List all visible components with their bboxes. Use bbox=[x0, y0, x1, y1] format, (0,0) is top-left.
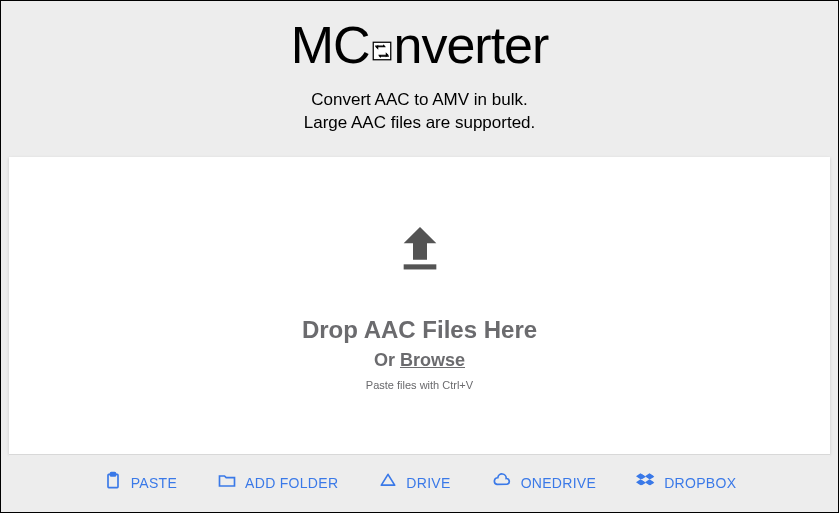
onedrive-icon bbox=[491, 471, 513, 494]
google-drive-icon bbox=[378, 471, 398, 494]
dropbox-icon bbox=[636, 471, 656, 494]
browse-link[interactable]: Browse bbox=[400, 350, 465, 370]
dropbox-button[interactable]: DROPBOX bbox=[636, 471, 736, 494]
drop-title: Drop AAC Files Here bbox=[302, 316, 537, 344]
or-text: Or bbox=[374, 350, 400, 370]
subtitle-line-2: Large AAC files are supported. bbox=[1, 112, 838, 135]
swap-icon bbox=[367, 36, 397, 66]
upload-icon bbox=[392, 220, 448, 280]
dropbox-label: DROPBOX bbox=[664, 475, 736, 491]
onedrive-label: ONEDRIVE bbox=[521, 475, 597, 491]
logo-text-right: nverter bbox=[394, 15, 549, 75]
logo: MC nverter bbox=[291, 15, 549, 75]
subtitle: Convert AAC to AMV in bulk. Large AAC fi… bbox=[1, 89, 838, 135]
add-folder-label: ADD FOLDER bbox=[245, 475, 338, 491]
svg-rect-0 bbox=[373, 42, 391, 60]
drive-button[interactable]: DRIVE bbox=[378, 471, 450, 494]
paste-label: PASTE bbox=[131, 475, 177, 491]
drive-label: DRIVE bbox=[406, 475, 450, 491]
header: MC nverter Convert AAC to AMV in bulk. L… bbox=[1, 1, 838, 157]
folder-icon bbox=[217, 471, 237, 494]
paste-button[interactable]: PASTE bbox=[103, 471, 177, 494]
app-frame: MC nverter Convert AAC to AMV in bulk. L… bbox=[0, 0, 839, 513]
clipboard-icon bbox=[103, 471, 123, 494]
add-folder-button[interactable]: ADD FOLDER bbox=[217, 471, 338, 494]
or-browse-line: Or Browse bbox=[374, 350, 465, 371]
paste-hint: Paste files with Ctrl+V bbox=[366, 379, 473, 391]
subtitle-line-1: Convert AAC to AMV in bulk. bbox=[1, 89, 838, 112]
dropzone[interactable]: Drop AAC Files Here Or Browse Paste file… bbox=[9, 157, 830, 454]
onedrive-button[interactable]: ONEDRIVE bbox=[491, 471, 597, 494]
logo-text-left: MC bbox=[291, 15, 370, 75]
footer-actions: PASTE ADD FOLDER DRIVE bbox=[9, 454, 830, 512]
svg-rect-1 bbox=[403, 264, 436, 269]
svg-rect-3 bbox=[110, 473, 115, 476]
